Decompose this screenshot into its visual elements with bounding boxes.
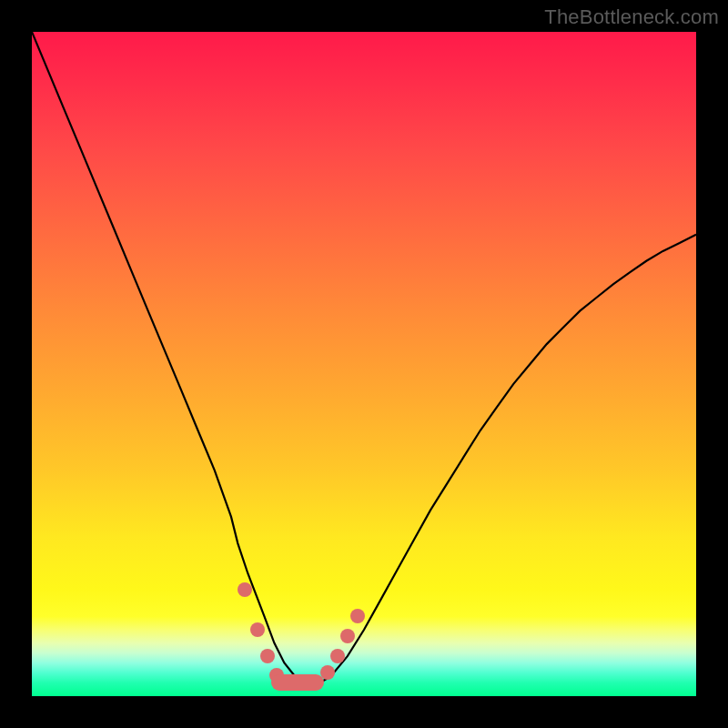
curve-marker (350, 609, 365, 623)
curve-marker (238, 582, 252, 597)
curve-marker (330, 649, 345, 663)
bottleneck-curve (32, 32, 696, 696)
curve-marker (260, 649, 275, 663)
valley-bar (271, 674, 324, 691)
curve-marker (250, 622, 265, 637)
curve-marker (340, 629, 355, 643)
plot-area (32, 32, 696, 696)
watermark-text: TheBottleneck.com (544, 5, 719, 29)
